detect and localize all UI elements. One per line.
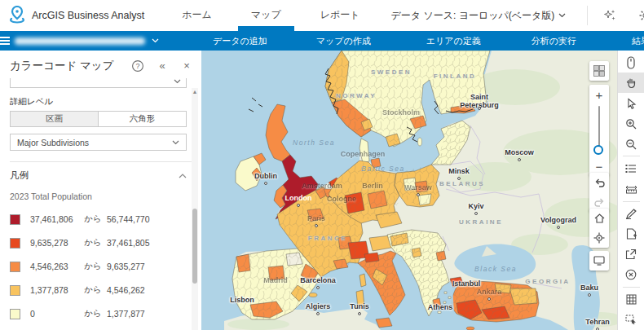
chevron-down-icon	[172, 140, 179, 145]
tab-maps[interactable]: マップ	[232, 0, 301, 31]
clear-selection-icon[interactable]	[618, 265, 644, 285]
map-tools-toolbar	[617, 51, 644, 330]
basemap-grid-icon	[593, 65, 605, 77]
panel-help-icon[interactable]: ?	[131, 59, 144, 73]
chevron-down-icon	[558, 13, 566, 18]
monitor-button[interactable]	[589, 251, 609, 271]
select-arrow-tool-icon[interactable]	[618, 93, 644, 113]
select-area-icon[interactable]	[618, 310, 644, 330]
legend-to: 9,635,277	[107, 262, 145, 271]
top-navigation: ホーム マップ レポート	[162, 0, 379, 31]
sparkles-icon[interactable]	[602, 8, 617, 23]
app-header: ArcGIS Business Analyst ホーム マップ レポート データ…	[0, 0, 644, 31]
tab-reports[interactable]: レポート	[301, 0, 380, 31]
basemap-gallery-button[interactable]	[589, 61, 609, 81]
gear-icon[interactable]	[638, 8, 644, 23]
legend-swatch	[10, 285, 20, 296]
menu-share-results[interactable]: 結果の共有	[625, 35, 644, 47]
home-locate-control	[589, 209, 609, 248]
legend-row: 1,377,878 から 4,546,262	[10, 284, 187, 296]
undo-button[interactable]	[589, 173, 609, 192]
zoom-slider[interactable]	[589, 104, 609, 156]
legend-from: 0	[30, 309, 84, 319]
scroll-up-arrow-icon[interactable]: ▲	[192, 89, 198, 95]
locate-button[interactable]	[589, 228, 609, 248]
menu-create-maps[interactable]: マップの作成	[310, 35, 377, 47]
legend-title: 凡例	[10, 169, 179, 182]
workflow-toolbar: データの追加 マップの作成 エリアの定義 分析の実行 結果の共有	[0, 31, 644, 51]
pan-tool-icon[interactable]	[618, 73, 644, 93]
data-source-label: データ ソース: ヨーロッパ(ベータ版)	[391, 9, 555, 23]
brand: ArcGIS Business Analyst	[0, 6, 144, 25]
header-icon-group: ?	[587, 6, 644, 25]
menu-define-areas[interactable]: エリアの定義	[420, 35, 487, 47]
svg-text:?: ?	[135, 62, 139, 70]
home-button[interactable]	[589, 209, 609, 228]
legend-from: 37,461,806	[30, 214, 84, 224]
project-selector[interactable]	[10, 37, 164, 45]
legend-separator: から	[84, 261, 107, 272]
balearic-island	[309, 293, 317, 297]
legend-separator: から	[84, 308, 107, 319]
legend-separator: から	[84, 284, 107, 296]
legend-separator: から	[84, 213, 107, 225]
zoom-slider-thumb[interactable]	[593, 145, 603, 155]
undo-redo-control	[589, 173, 609, 212]
collapse-panel-icon[interactable]: «	[156, 59, 169, 73]
detail-level-tabs: 区画 六角形	[10, 111, 187, 127]
chevron-down-icon	[152, 38, 159, 43]
zoom-in-button[interactable]: +	[589, 85, 609, 104]
workflow-menu: データの追加 マップの作成 エリアの定義 分析の実行 結果の共有	[164, 35, 644, 47]
close-panel-icon[interactable]: ×	[180, 59, 193, 73]
toolbar-separator	[623, 156, 640, 156]
chevron-up-icon[interactable]	[179, 174, 187, 178]
tab-hexagons[interactable]: 六角形	[99, 112, 186, 126]
legend-swatch	[10, 214, 20, 225]
geography-level-value: Major Subdivisions	[17, 138, 172, 147]
menu-run-analysis[interactable]: 分析の実行	[525, 35, 583, 47]
zoom-in-tool-icon[interactable]	[618, 113, 644, 134]
zoom-out-tool-icon[interactable]	[618, 134, 644, 154]
sketch-pencil-icon[interactable]	[618, 203, 644, 223]
tab-blockgroups[interactable]: 区画	[11, 112, 99, 126]
panel-title: カラーコード マップ	[10, 59, 120, 73]
zoom-control: + −	[589, 85, 609, 176]
legend-variable: 2023 Total Population	[10, 191, 187, 201]
map-canvas[interactable]: NORWAYSWEDENFINLANDBELARUSUKRAINEGEORGIA…	[201, 51, 617, 330]
detail-level-label: 詳細レベル	[10, 96, 187, 108]
europe-choropleth-map	[201, 51, 617, 330]
app-logo-pin-icon	[8, 6, 26, 25]
mouse-tool-icon[interactable]	[618, 52, 644, 73]
legend-row: 9,635,278 から 37,461,805	[10, 237, 187, 249]
legend-row: 0 から 1,377,877	[10, 308, 187, 319]
measure-tool-icon[interactable]	[618, 178, 644, 199]
legend-from: 4,546,263	[30, 262, 84, 271]
grid-table-icon[interactable]	[618, 289, 644, 310]
brand-name: ArcGIS Business Analyst	[32, 10, 144, 21]
legend-list-icon[interactable]	[618, 158, 644, 178]
geography-level-select[interactable]: Major Subdivisions	[10, 134, 187, 151]
scrollbar-thumb[interactable]	[192, 209, 197, 284]
legend-header: 凡例	[10, 169, 187, 182]
hamburger-menu-icon[interactable]	[0, 37, 10, 45]
legend-to: 56,744,770	[107, 214, 150, 224]
cyprus-island	[466, 327, 474, 330]
legend-swatch	[10, 262, 20, 272]
menu-add-data[interactable]: データの追加	[206, 35, 274, 47]
export-share-icon[interactable]	[618, 244, 644, 265]
add-page-icon[interactable]	[618, 224, 644, 244]
toolbar-separator	[623, 287, 640, 288]
legend-to: 1,377,877	[107, 309, 145, 319]
legend-from: 1,377,878	[30, 285, 84, 295]
variable-select-cutoff[interactable]	[10, 78, 187, 89]
legend-to: 37,461,805	[107, 238, 150, 248]
panel-header: カラーコード マップ ? « ×	[0, 51, 201, 77]
legend-row: 37,461,806 から 56,744,770	[10, 213, 187, 225]
legend-row: 4,546,263 から 9,635,277	[10, 261, 187, 272]
color-coded-map-panel: カラーコード マップ ? « × 詳細レベル 区画 六角形 Major Subd…	[0, 51, 201, 330]
legend-swatch	[10, 309, 20, 319]
panel-body: 詳細レベル 区画 六角形 Major Subdivisions 凡例 2023 …	[0, 78, 201, 330]
data-source-selector[interactable]: データ ソース: ヨーロッパ(ベータ版)	[391, 9, 567, 23]
tab-home[interactable]: ホーム	[162, 0, 232, 31]
panel-scrollbar[interactable]: ▲	[192, 88, 198, 330]
